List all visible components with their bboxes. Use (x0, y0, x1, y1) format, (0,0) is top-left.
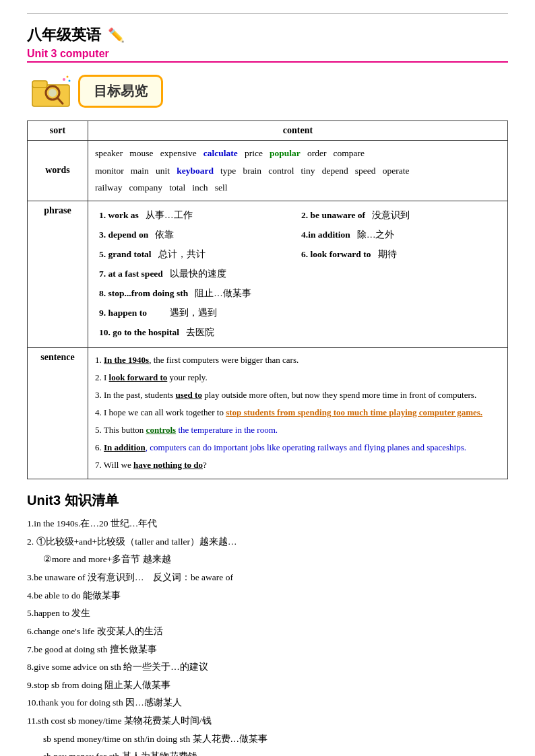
phrase-1: 1. work as 从事…工作 (96, 207, 297, 225)
knowledge-list: 1.in the 1940s.在…20 世纪…年代 2. ①比较级+and+比较… (27, 515, 508, 756)
svg-point-3 (49, 89, 57, 97)
svg-point-5 (63, 78, 65, 81)
words-line1: speaker mouse expensive calculate price … (95, 145, 501, 162)
k-item-10: 10.thank you for doing sth 因…感谢某人 (27, 694, 508, 712)
header-section: 八年级英语 ✏️ (27, 25, 508, 45)
sentence-5: 5. This button controls the temperature … (95, 422, 501, 438)
k-item-1: 1.in the 1940s.在…20 世纪…年代 (27, 515, 508, 532)
k-item-11: 11.sth cost sb money/time 某物花费某人时间/钱 (27, 712, 508, 730)
phrase-row-4: 7. at a fast speed 以最快的速度 (96, 265, 499, 283)
pencil-icon: ✏️ (108, 27, 125, 43)
k-item-2b: ②more and more+多音节 越来越 (27, 551, 508, 568)
k-item-2: 2. ①比较级+and+比较级（taller and taller）越来越… (27, 533, 508, 551)
svg-point-7 (68, 79, 70, 81)
phrase-row-6: 9. happen to 遇到，遇到 (96, 304, 499, 322)
sentence-1: 1. In the 1940s, the first computers wer… (95, 352, 501, 368)
knowledge-title: Unit3 知识清单 (27, 491, 508, 510)
folder-icon (27, 71, 74, 111)
sentence-row: sentence 1. In the 1940s, the first comp… (28, 347, 508, 479)
sentence-7: 7. Will we have nothing to do? (95, 457, 501, 473)
phrase-4: 4.in addition 除…之外 (298, 226, 499, 244)
phrase-10: 10. go to the hospital 去医院 (96, 324, 499, 342)
phrase-3: 3. depend on 依靠 (96, 226, 297, 244)
words-sort-label: words (28, 141, 88, 201)
k-item-3: 3.be unaware of 没有意识到… 反义词：be aware of (27, 569, 508, 586)
sentence-3: 3. In the past, students used to play ou… (95, 387, 501, 403)
phrase-row: phrase 1. work as 从事…工作 2. be unaware of… (28, 201, 508, 347)
k-item-11c: sb pay money for sth 某人为某物花费钱 (27, 748, 508, 756)
main-table: sort content words speaker mouse expensi… (27, 121, 508, 479)
phrase-row-3: 5. grand total 总计，共计 6. look forward to … (96, 246, 499, 264)
phrase-row-2: 3. depend on 依靠 4.in addition 除…之外 (96, 226, 499, 244)
sentence-content: 1. In the 1940s, the first computers wer… (88, 347, 508, 479)
svg-rect-1 (32, 81, 47, 88)
svg-point-6 (66, 75, 68, 77)
words-line2: monitor main unit keyboard type brain co… (95, 162, 501, 180)
phrase-6: 6. look forward to 期待 (298, 246, 499, 264)
k-item-9: 9.stop sb from doing 阻止某人做某事 (27, 677, 508, 694)
col-content-header: content (88, 121, 508, 141)
words-line3: railway company total inch sell (95, 179, 501, 197)
words-content: speaker mouse expensive calculate price … (88, 141, 508, 201)
knowledge-section: Unit3 知识清单 1.in the 1940s.在…20 世纪…年代 2. … (27, 491, 508, 756)
k-item-11b: sb spend money/time on sth/in doing sth … (27, 730, 508, 748)
k-item-5: 5.happen to 发生 (27, 605, 508, 622)
sentence-sort-label: sentence (28, 347, 88, 479)
banner-badge: 目标易览 (78, 75, 163, 108)
sentence-4: 4. I hope we can all work together to st… (95, 405, 501, 421)
phrase-5: 5. grand total 总计，共计 (96, 246, 297, 264)
k-item-6: 6.change one's life 改变某人的生活 (27, 623, 508, 640)
phrase-row-1: 1. work as 从事…工作 2. be unaware of 没意识到 (96, 207, 499, 225)
page-title: 八年级英语 (27, 25, 101, 45)
k-item-7: 7.be good at doing sth 擅长做某事 (27, 641, 508, 658)
phrase-9: 9. happen to 遇到，遇到 (96, 304, 499, 322)
phrase-row-7: 10. go to the hospital 去医院 (96, 324, 499, 342)
phrase-8: 8. stop...from doing sth 阻止…做某事 (96, 285, 499, 303)
phrase-sort-label: phrase (28, 201, 88, 347)
sentence-2: 2. I look forward to your reply. (95, 370, 501, 386)
words-row: words speaker mouse expensive calculate … (28, 141, 508, 201)
phrase-7: 7. at a fast speed 以最快的速度 (96, 265, 499, 283)
phrase-2: 2. be unaware of 没意识到 (298, 207, 499, 225)
phrase-content: 1. work as 从事…工作 2. be unaware of 没意识到 3… (88, 201, 508, 347)
k-item-4: 4.be able to do 能做某事 (27, 587, 508, 605)
subtitle: Unit 3 computer (27, 48, 508, 63)
sentence-6: 6. In addition, computers can do importa… (95, 440, 501, 456)
col-sort-header: sort (28, 121, 88, 141)
k-item-8: 8.give some advice on sth 给一些关于…的建议 (27, 658, 508, 676)
top-divider (27, 13, 508, 14)
banner-section: 目标易览 (27, 71, 508, 111)
phrase-row-5: 8. stop...from doing sth 阻止…做某事 (96, 285, 499, 303)
